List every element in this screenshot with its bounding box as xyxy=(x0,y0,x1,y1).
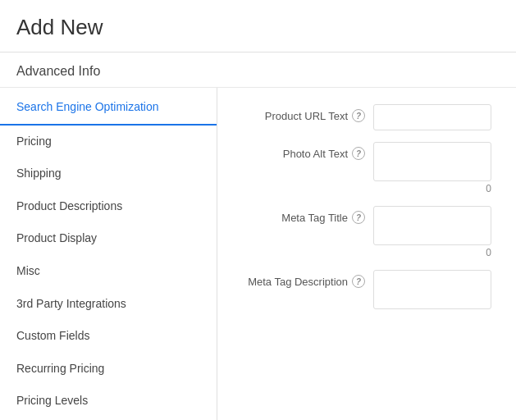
field-row-3: Meta Tag Description? xyxy=(242,270,491,309)
field-label-2: Meta Tag Title xyxy=(281,212,348,224)
field-label-group-0: Product URL Text? xyxy=(242,104,373,122)
field-row-1: Photo Alt Text?0 xyxy=(242,142,491,194)
sidebar-item-5[interactable]: Misc xyxy=(0,255,217,288)
sidebar-item-6[interactable]: 3rd Party Integrations xyxy=(0,288,217,321)
field-label-group-2: Meta Tag Title? xyxy=(242,206,373,224)
field-label-1: Photo Alt Text xyxy=(283,148,348,160)
field-label-group-1: Photo Alt Text? xyxy=(242,142,373,160)
help-icon-0[interactable]: ? xyxy=(352,109,365,122)
field-row-0: Product URL Text? xyxy=(242,104,491,130)
content-area: Search Engine OptimizationPricingShippin… xyxy=(0,87,516,420)
help-icon-3[interactable]: ? xyxy=(352,275,365,288)
help-icon-1[interactable]: ? xyxy=(352,147,365,160)
sidebar-item-7[interactable]: Custom Fields xyxy=(0,320,217,353)
field-input-1[interactable] xyxy=(373,142,491,181)
field-label-group-3: Meta Tag Description? xyxy=(242,270,373,288)
sidebar: Search Engine OptimizationPricingShippin… xyxy=(0,88,217,420)
sidebar-item-1[interactable]: Pricing xyxy=(0,126,217,158)
field-input-2[interactable] xyxy=(373,206,491,245)
sidebar-item-2[interactable]: Shipping xyxy=(0,158,217,190)
field-input-group-0 xyxy=(373,104,491,130)
field-input-group-3 xyxy=(373,270,491,309)
field-input-group-2: 0 xyxy=(373,206,491,258)
char-count-2: 0 xyxy=(373,247,491,258)
field-row-2: Meta Tag Title?0 xyxy=(242,206,491,258)
field-label-0: Product URL Text xyxy=(265,110,348,122)
field-input-group-1: 0 xyxy=(373,142,491,194)
field-label-3: Meta Tag Description xyxy=(248,276,348,288)
page-header: Add New xyxy=(0,0,516,52)
sidebar-item-8[interactable]: Recurring Pricing xyxy=(0,353,217,386)
sidebar-item-4[interactable]: Product Display xyxy=(0,222,217,255)
sidebar-item-3[interactable]: Product Descriptions xyxy=(0,190,217,223)
sidebar-item-9[interactable]: Pricing Levels xyxy=(0,385,217,418)
help-icon-2[interactable]: ? xyxy=(352,211,365,224)
main-panel: Product URL Text?Photo Alt Text?0Meta Ta… xyxy=(217,88,516,420)
sidebar-item-0[interactable]: Search Engine Optimization xyxy=(0,91,217,126)
field-input-0[interactable] xyxy=(373,104,491,130)
char-count-1: 0 xyxy=(373,183,491,194)
section-title: Advanced Info xyxy=(0,52,516,87)
page-title: Add New xyxy=(16,15,500,40)
field-input-3[interactable] xyxy=(373,270,491,309)
